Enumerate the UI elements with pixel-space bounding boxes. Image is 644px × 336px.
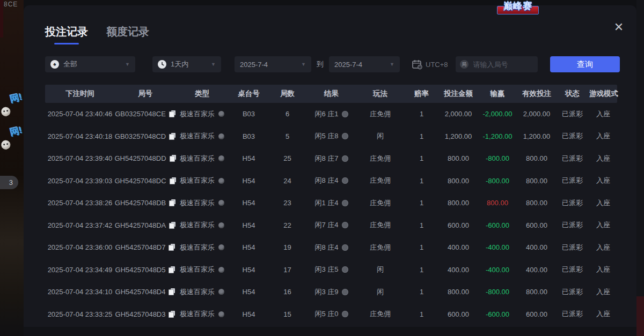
game-id-text: GB03257048CD	[115, 132, 166, 140]
cell-result: 闲8 庄4	[306, 243, 357, 252]
emoji-face-icon	[1, 107, 11, 117]
game-id-text: GH54257048DB	[115, 199, 166, 207]
result-info-icon[interactable]	[342, 155, 348, 162]
cell-result: 闲3 庄5	[306, 265, 357, 274]
result-info-icon[interactable]	[342, 311, 348, 317]
cell-bet-amount: 2,000.00	[440, 110, 477, 118]
cell-game-id: GH54257048D4	[115, 288, 175, 296]
result-info-icon[interactable]	[342, 177, 348, 184]
cell-status: 已派彩	[555, 265, 589, 274]
query-button[interactable]: 查询	[550, 56, 620, 72]
cell-round: 25	[269, 154, 306, 162]
cell-win-loss: -400.00	[477, 266, 518, 274]
timezone-label: UTC+8	[426, 61, 448, 69]
column-header: 局数	[269, 89, 306, 99]
cell-result: 闲8 庄4	[306, 176, 357, 185]
category-dropdown[interactable]: ♠ 全部 ▼	[45, 56, 135, 72]
cell-table-no: H54	[229, 154, 269, 162]
tab-label: 额度记录	[106, 26, 149, 38]
cell-status: 已派彩	[555, 176, 589, 185]
cell-round: 23	[269, 199, 306, 207]
bet-records-modal: ✕ 投注记录 额度记录 ♠ 全部 ▼ 1天内 ▼ 2025-7-4 ▼ 到 20	[24, 5, 636, 336]
cell-result: 闲7 庄4	[306, 220, 357, 230]
logo-text: 巅峰赛	[494, 0, 541, 13]
cell-game-mode: 入座	[589, 309, 617, 319]
cell-status: 已派彩	[555, 309, 589, 319]
copy-icon[interactable]	[169, 133, 175, 140]
game-type-badge-icon	[218, 178, 224, 184]
result-info-icon[interactable]	[342, 289, 348, 295]
cell-table-no: B03	[229, 110, 269, 118]
cell-bet-amount: 600.00	[440, 221, 477, 229]
search-input[interactable]	[472, 60, 533, 69]
cell-result: 闲1 庄4	[306, 198, 357, 208]
result-info-icon[interactable]	[342, 244, 348, 251]
copy-icon[interactable]	[169, 222, 175, 229]
cell-win-loss: -800.00	[477, 177, 518, 185]
cell-round: 17	[269, 266, 306, 274]
column-header: 赔率	[404, 89, 440, 99]
cell-bet-amount: 800.00	[440, 154, 477, 162]
cell-odds: 1	[404, 243, 440, 251]
cell-play-type: 闲	[357, 265, 404, 274]
cell-game-type: 极速百家乐	[175, 131, 229, 141]
date-from-value: 2025-7-4	[240, 61, 268, 69]
game-type-badge-icon	[218, 289, 224, 295]
cell-game-id: GB03257048CE	[115, 110, 175, 118]
column-header: 桌台号	[229, 89, 269, 99]
cell-table-no: H54	[229, 199, 269, 207]
date-to-picker[interactable]: 2025-7-4 ▼	[329, 56, 400, 72]
game-type-text: 极速百家乐	[180, 220, 215, 230]
cell-bet-amount: 800.00	[440, 177, 477, 185]
cell-win-loss: -800.00	[477, 154, 518, 162]
copy-icon[interactable]	[169, 288, 175, 295]
cell-odds: 1	[404, 132, 440, 140]
copy-icon[interactable]	[170, 177, 176, 184]
copy-icon[interactable]	[169, 199, 175, 206]
result-info-icon[interactable]	[342, 111, 348, 117]
column-header: 游戏模式	[589, 89, 617, 99]
cell-game-type: 极速百家乐	[175, 287, 229, 297]
copy-icon[interactable]	[169, 110, 175, 117]
cell-bet-amount: 600.00	[440, 310, 477, 318]
cell-valid-bet: 400.00	[518, 243, 555, 251]
table-row: 2025-07-04 23:39:40GH54257048DD极速百家乐H542…	[45, 147, 617, 170]
cell-bet-time: 2025-07-04 23:37:42	[45, 221, 115, 229]
cell-play-type: 庄免佣	[357, 154, 404, 163]
close-icon[interactable]: ✕	[612, 20, 626, 34]
copy-icon[interactable]	[169, 266, 175, 273]
cell-result: 闲6 庄1	[306, 109, 357, 119]
timezone-indicator: UTC+8	[412, 59, 448, 70]
cell-game-type: 极速百家乐	[175, 265, 229, 274]
chevron-down-icon: ▼	[211, 62, 216, 67]
cell-win-loss: -600.00	[477, 310, 518, 318]
result-info-icon[interactable]	[342, 200, 348, 206]
cell-play-type: 庄免佣	[357, 243, 404, 252]
cell-round: 15	[269, 310, 306, 318]
chevron-down-icon: ▼	[125, 62, 130, 67]
sticker-text: 网!	[9, 124, 24, 139]
result-text: 闲6 庄1	[314, 109, 338, 119]
cell-odds: 1	[404, 310, 440, 318]
table-row: 2025-07-04 23:40:18GB03257048CD极速百家乐B035…	[45, 125, 617, 148]
cell-odds: 1	[404, 199, 440, 207]
result-info-icon[interactable]	[342, 266, 348, 273]
cell-bet-amount: 400.00	[440, 266, 477, 274]
cell-valid-bet: 800.00	[518, 199, 555, 207]
cell-round: 6	[269, 110, 306, 118]
game-id-text: GH54257048DC	[114, 177, 166, 185]
game-id-text: GH54257048DD	[114, 154, 166, 162]
time-range-dropdown[interactable]: 1天内 ▼	[152, 56, 221, 72]
tab-quota-records[interactable]: 额度记录	[106, 25, 149, 46]
result-info-icon[interactable]	[342, 133, 348, 139]
copy-icon[interactable]	[169, 311, 175, 318]
tab-bet-records[interactable]: 投注记录	[45, 25, 88, 46]
cell-status: 已派彩	[555, 109, 589, 119]
cell-win-loss: -1,200.00	[477, 132, 518, 140]
copy-icon[interactable]	[169, 244, 175, 251]
copy-icon[interactable]	[170, 155, 176, 162]
game-type-text: 极速百家乐	[180, 198, 215, 208]
date-from-picker[interactable]: 2025-7-4 ▼	[235, 56, 311, 72]
cell-odds: 1	[404, 288, 440, 296]
result-info-icon[interactable]	[342, 222, 348, 228]
